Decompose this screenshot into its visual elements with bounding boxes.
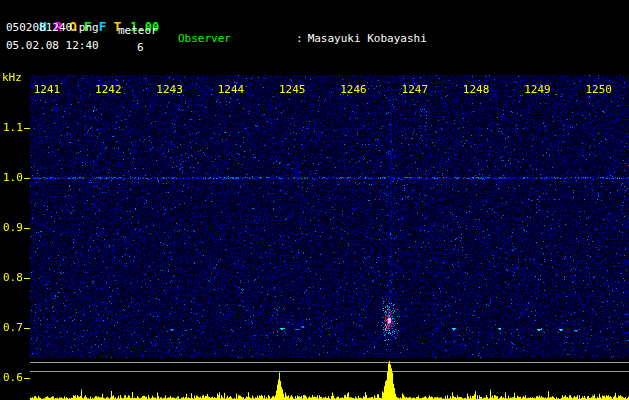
info-separator: : bbox=[296, 32, 303, 45]
y-tick-label: 1.1 bbox=[3, 121, 23, 134]
x-tick-label: 1241 bbox=[34, 83, 61, 96]
logo-letter: F bbox=[99, 19, 107, 34]
info-row-observer: Observer:Masayuki Kobayashi bbox=[178, 32, 619, 46]
meteor-count: 6 bbox=[137, 41, 144, 54]
spectrogram-canvas bbox=[0, 75, 629, 400]
observation-datetime: 05.02.08 12:40 bbox=[6, 39, 99, 52]
y-tick-label: 1.0 bbox=[3, 171, 23, 184]
x-tick-label: 1246 bbox=[340, 83, 367, 96]
x-tick-label: 1244 bbox=[218, 83, 245, 96]
info-value: Masayuki Kobayashi bbox=[308, 32, 427, 45]
mode-label: meteor bbox=[118, 24, 158, 37]
x-tick-label: 1248 bbox=[463, 83, 490, 96]
output-filename: 0502081240.png bbox=[6, 21, 99, 34]
x-tick-label: 1250 bbox=[585, 83, 612, 96]
y-tick-label: 0.6 bbox=[3, 371, 23, 384]
x-tick-label: 1247 bbox=[402, 83, 429, 96]
x-tick-label: 1243 bbox=[156, 83, 183, 96]
y-tick-label: 0.7 bbox=[3, 321, 23, 334]
x-tick-label: 1242 bbox=[95, 83, 122, 96]
x-tick-label: 1249 bbox=[524, 83, 551, 96]
info-label: Observer bbox=[178, 32, 296, 46]
x-tick-label: 1245 bbox=[279, 83, 306, 96]
hrofft-screenshot: HROFFT1.00 0502081240.png meteor 05.02.0… bbox=[0, 0, 629, 400]
y-axis-unit: kHz bbox=[2, 71, 22, 84]
y-tick-label: 0.9 bbox=[3, 221, 23, 234]
y-tick-label: 0.8 bbox=[3, 271, 23, 284]
